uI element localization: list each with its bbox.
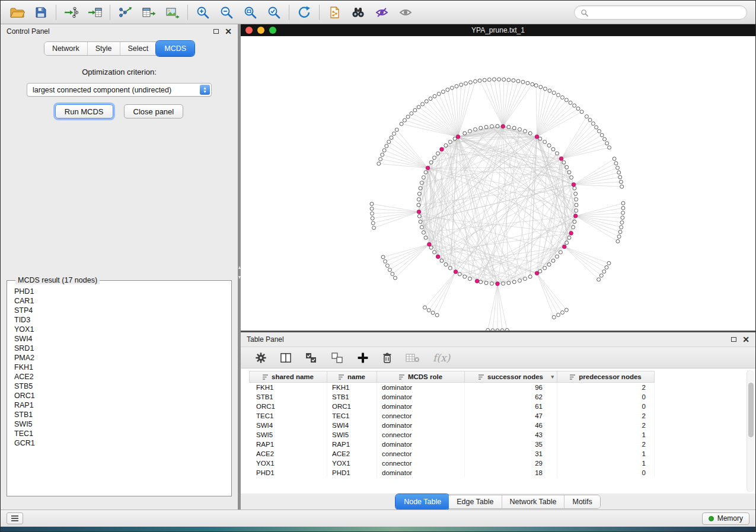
column-type-icon: [339, 374, 344, 380]
window-minimize-icon[interactable]: [257, 27, 264, 34]
import-network-button[interactable]: [59, 3, 83, 22]
mcds-result-item[interactable]: GCR1: [12, 438, 227, 448]
column-header-name[interactable]: name: [327, 371, 377, 383]
close-panel-icon[interactable]: ✕: [225, 27, 232, 36]
mcds-result-item[interactable]: RAP1: [12, 400, 227, 410]
mcds-result-item[interactable]: SWI5: [12, 419, 227, 429]
search-network-button[interactable]: [346, 3, 370, 22]
zoom-in-button[interactable]: [191, 3, 215, 22]
select-stepper-icon: ▲▼: [200, 85, 210, 95]
mcds-result-title: MCDS result (17 nodes): [15, 276, 100, 284]
mcds-result-item[interactable]: TID3: [12, 315, 227, 325]
mcds-result-item[interactable]: STB1: [12, 410, 227, 419]
zoom-out-icon: [219, 5, 234, 20]
delete-table-icon: [406, 352, 420, 363]
control-panel: Control Panel ✕ Network Style Select MCD…: [1, 24, 238, 509]
tab-edge-table[interactable]: Edge Table: [449, 495, 502, 508]
table-row[interactable]: YOX1YOX1connector291: [249, 459, 655, 468]
plus-icon: [357, 352, 369, 364]
window-close-icon[interactable]: [245, 27, 253, 34]
mcds-result-item[interactable]: ORC1: [12, 391, 227, 400]
table-row[interactable]: TEC1TEC1connector472: [249, 411, 655, 421]
mcds-result-item[interactable]: CAR1: [12, 296, 227, 306]
column-header-mcds-role[interactable]: MCDS role: [377, 371, 465, 383]
refresh-view-button[interactable]: [292, 3, 316, 22]
column-header-successor-nodes[interactable]: successor nodes ▾: [465, 371, 557, 383]
tab-style[interactable]: Style: [88, 42, 120, 55]
zoom-selected-button[interactable]: [262, 3, 286, 22]
table-row[interactable]: ACE2ACE2connector311: [249, 449, 655, 459]
select-all-button[interactable]: [305, 352, 318, 364]
tab-node-table[interactable]: Node Table: [395, 494, 449, 509]
window-maximize-icon[interactable]: [269, 27, 276, 34]
zoom-fit-button[interactable]: [238, 3, 262, 22]
criterion-select[interactable]: largest connected component (undirected)…: [27, 83, 212, 97]
network-titlebar[interactable]: YPA_prune.txt_1: [241, 24, 755, 36]
export-image-button[interactable]: [161, 3, 184, 22]
table-scrollbar[interactable]: [747, 370, 754, 492]
delete-column-button[interactable]: [382, 352, 393, 364]
deselect-all-button[interactable]: [331, 352, 344, 364]
export-network-button[interactable]: [113, 3, 137, 22]
status-menu-button[interactable]: [7, 512, 23, 524]
tab-mcds[interactable]: MCDS: [156, 41, 194, 56]
function-builder-button[interactable]: f(x): [433, 352, 450, 364]
column-header-predecessor-nodes[interactable]: predecessor nodes: [557, 371, 655, 383]
table-row[interactable]: SWI5SWI5connector431: [249, 430, 655, 440]
show-all-button[interactable]: [394, 3, 417, 22]
export-table-button[interactable]: [137, 3, 161, 22]
table-settings-button[interactable]: [255, 352, 267, 364]
mcds-result-item[interactable]: SWI4: [12, 334, 227, 344]
table-row[interactable]: SWI4SWI4dominator462: [249, 421, 655, 430]
mcds-panel-body: Optimization criterion: largest connecte…: [1, 58, 238, 509]
column-type-icon: [399, 374, 405, 380]
network-graph[interactable]: [241, 36, 755, 331]
float-panel-icon[interactable]: [213, 29, 219, 34]
tab-select[interactable]: Select: [120, 42, 157, 55]
network-canvas[interactable]: [241, 36, 755, 331]
mcds-result-item[interactable]: TEC1: [12, 429, 227, 438]
run-mcds-button[interactable]: Run MCDS: [55, 104, 113, 118]
mcds-result-item[interactable]: PMA2: [12, 353, 227, 363]
mcds-result-item[interactable]: STP4: [12, 306, 227, 315]
clone-network-icon: [328, 6, 341, 19]
node-table-container: shared name name MCDS role: [241, 368, 755, 493]
tab-network-table[interactable]: Network Table: [502, 495, 565, 508]
float-panel-icon[interactable]: [731, 337, 736, 342]
table-row[interactable]: PHD1PHD1dominator180: [249, 468, 655, 477]
show-columns-button[interactable]: [280, 352, 292, 363]
mcds-result-item[interactable]: FKH1: [12, 363, 227, 372]
add-column-button[interactable]: [357, 352, 369, 364]
zoom-out-button[interactable]: [215, 3, 238, 22]
search-field[interactable]: [574, 5, 747, 20]
tab-network[interactable]: Network: [44, 42, 88, 55]
table-row[interactable]: RAP1RAP1dominator352: [249, 440, 655, 449]
toolbar-separator: [187, 5, 188, 20]
close-panel-button[interactable]: Close panel: [124, 104, 184, 118]
mcds-result-item[interactable]: PHD1: [12, 287, 227, 296]
mcds-result-item[interactable]: ACE2: [12, 372, 227, 382]
table-row[interactable]: ORC1ORC1dominator610: [249, 402, 655, 411]
sort-dropdown-icon[interactable]: ▾: [551, 374, 554, 380]
table-panel-header: Table Panel ✕: [241, 332, 755, 347]
import-table-button[interactable]: [83, 3, 107, 22]
delete-table-button[interactable]: [406, 352, 420, 363]
mcds-result-item[interactable]: SRD1: [12, 344, 227, 353]
scrollbar-thumb[interactable]: [748, 383, 754, 437]
table-row[interactable]: FKH1FKH1dominator962: [249, 383, 655, 392]
table-row[interactable]: STB1STB1dominator620: [249, 392, 655, 402]
clone-network-button[interactable]: [323, 3, 346, 22]
memory-button[interactable]: Memory: [702, 512, 749, 525]
search-input[interactable]: [592, 8, 741, 17]
main-area: Control Panel ✕ Network Style Select MCD…: [1, 24, 755, 509]
mcds-result-item[interactable]: STB5: [12, 382, 227, 391]
mcds-result-item[interactable]: YOX1: [12, 325, 227, 334]
save-session-button[interactable]: [29, 3, 53, 22]
column-header-shared-name[interactable]: shared name: [249, 371, 327, 383]
toolbar-separator: [289, 5, 289, 20]
optimization-criterion-label: Optimization criterion:: [1, 68, 238, 76]
tab-motifs[interactable]: Motifs: [564, 495, 599, 508]
open-session-button[interactable]: [5, 3, 29, 22]
hide-selected-button[interactable]: [370, 3, 394, 22]
close-panel-icon[interactable]: ✕: [742, 335, 749, 344]
